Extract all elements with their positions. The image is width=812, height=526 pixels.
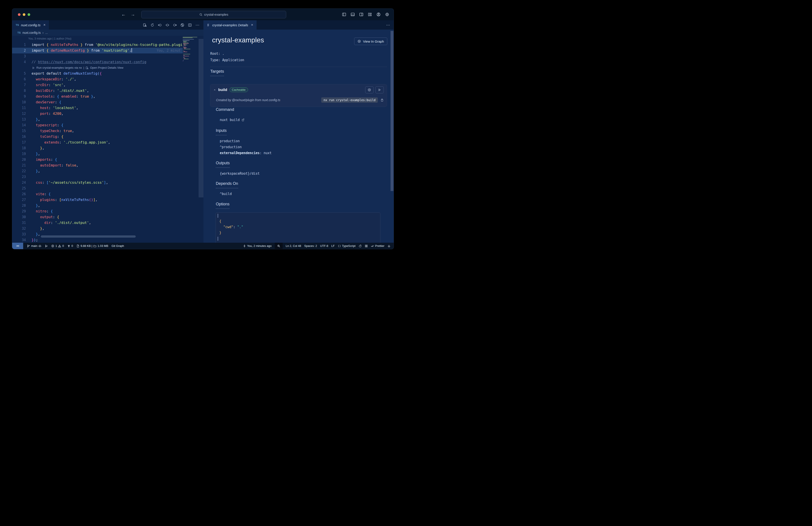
close-tab-icon[interactable]: × bbox=[43, 23, 45, 27]
more-actions-icon[interactable]: ⋯ bbox=[195, 23, 200, 27]
layout-sidebar-right-icon[interactable] bbox=[359, 12, 363, 17]
view-target-in-graph-button[interactable] bbox=[365, 86, 374, 94]
code-line-29[interactable]: 29 nitro: { bbox=[12, 209, 183, 214]
back-icon[interactable]: ← bbox=[121, 12, 126, 17]
code-line-11[interactable]: 11 host: 'localhost', bbox=[12, 105, 183, 111]
code-line-21[interactable]: 21 autoImport: false, bbox=[12, 162, 183, 168]
maximize-window-button[interactable] bbox=[28, 13, 30, 16]
next-change-icon[interactable] bbox=[173, 23, 177, 27]
code-line-17[interactable]: 17 extends: './tsconfig.app.json', bbox=[12, 140, 183, 145]
code-line-3[interactable]: 3 bbox=[12, 54, 183, 59]
code-line-9[interactable]: 9 devtools: { enabled: true }, bbox=[12, 94, 183, 99]
code-line-30[interactable]: 30 output: { bbox=[12, 214, 183, 220]
status-squirrel[interactable] bbox=[359, 243, 362, 249]
warning-icon bbox=[58, 244, 61, 247]
code-line-10[interactable]: 10 devServer: { bbox=[12, 99, 183, 105]
breadcrumb-file[interactable]: nuxt.config.ts bbox=[23, 31, 41, 34]
command-center-search[interactable]: crystal-examples bbox=[141, 11, 286, 18]
line-number: 15 bbox=[12, 128, 26, 134]
editor-toolbar: ⋯ bbox=[143, 20, 200, 30]
panel-scrollbar[interactable] bbox=[391, 31, 393, 191]
external-link-icon[interactable] bbox=[242, 118, 245, 122]
split-editor-icon[interactable] bbox=[188, 23, 192, 27]
code-line-5[interactable]: 5export default defineNuxtConfig({ bbox=[12, 71, 183, 76]
code-line-15[interactable]: 15 typeCheck: true, bbox=[12, 128, 183, 134]
options-code-box[interactable]: { "cwd": "."} bbox=[216, 212, 380, 243]
panel-more-actions-icon[interactable]: ⋯ bbox=[386, 23, 390, 27]
breadcrumb[interactable]: TS nuxt.config.ts › ... bbox=[12, 30, 203, 36]
status-encoding[interactable]: UTF-8 bbox=[320, 243, 328, 249]
status-ports[interactable]: 0 bbox=[67, 243, 73, 249]
code-line-2[interactable]: 2import { defineNuxtConfig } from 'nuxt/… bbox=[12, 48, 183, 54]
status-prettier[interactable]: Prettier bbox=[371, 243, 385, 249]
code-line-12[interactable]: 12 port: 4200, bbox=[12, 111, 183, 117]
code-line-27[interactable]: 27 plugins: [nxViteTsPaths()], bbox=[12, 197, 183, 203]
settings-gear-icon[interactable] bbox=[385, 12, 389, 17]
screen: ← → crystal-examples TS nuxt.config.ts × bbox=[0, 0, 406, 263]
code-line-20[interactable]: 20 imports: { bbox=[12, 157, 183, 162]
run-target-button[interactable] bbox=[375, 86, 384, 94]
previous-change-icon[interactable] bbox=[158, 23, 162, 27]
code-line-22[interactable]: 22 }, bbox=[12, 168, 183, 174]
editor-horizontal-scrollbar[interactable] bbox=[41, 236, 136, 238]
code-line-1[interactable]: 1import { nxViteTsPaths } from '@nx/vite… bbox=[12, 42, 183, 48]
tab-project-details[interactable]: crystal-examples Details × bbox=[203, 20, 257, 30]
code-line-14[interactable]: 14 typescript: { bbox=[12, 122, 183, 128]
code-editor[interactable]: You, 3 minutes ago | 1 author (You) 1imp… bbox=[12, 36, 203, 243]
code-line-32[interactable]: 32 }, bbox=[12, 226, 183, 231]
nx-run-command-chip[interactable]: nx run crystal-examples:build bbox=[321, 97, 378, 103]
minimize-window-button[interactable] bbox=[23, 13, 25, 16]
view-in-graph-button[interactable]: View In Graph bbox=[354, 38, 387, 45]
code-line-8[interactable]: 8 buildDir: './dist/.nuxt', bbox=[12, 88, 183, 94]
code-line-18[interactable]: 18 }, bbox=[12, 145, 183, 151]
codelens-open-details-link[interactable]: Open Project Details View bbox=[90, 65, 124, 71]
code-line-7[interactable]: 7 srcDir: 'src', bbox=[12, 82, 183, 88]
status-zoom[interactable] bbox=[275, 243, 282, 249]
breadcrumb-symbol[interactable]: ... bbox=[45, 31, 48, 34]
code-line-13[interactable]: 13 }, bbox=[12, 117, 183, 122]
forward-icon[interactable]: → bbox=[131, 12, 135, 17]
layout-panel-icon[interactable] bbox=[351, 12, 355, 17]
code-line-16[interactable]: 16 tsConfig: { bbox=[12, 134, 183, 140]
status-language[interactable]: TypeScript bbox=[338, 243, 356, 249]
codelens-run-link[interactable]: Run crystal-examples targets via nx bbox=[37, 65, 82, 71]
code-line-31[interactable]: 31 dir: './dist/.output', bbox=[12, 220, 183, 226]
status-problems[interactable]: 10 bbox=[51, 243, 64, 249]
refresh-icon[interactable] bbox=[150, 23, 154, 27]
git-graph-circle-icon[interactable] bbox=[180, 23, 184, 27]
layout-sidebar-left-icon[interactable] bbox=[342, 12, 346, 17]
code-line-28[interactable]: 28 }, bbox=[12, 203, 183, 209]
status-cursor-position[interactable]: Ln 2, Col 48 bbox=[286, 243, 301, 249]
line-number: 17 bbox=[12, 140, 26, 145]
target-build-row[interactable]: build Cacheable bbox=[210, 84, 387, 95]
open-preview-icon[interactable] bbox=[143, 23, 147, 27]
minimap[interactable] bbox=[183, 37, 199, 61]
status-git-branch[interactable]: main bbox=[27, 243, 42, 249]
code-line-6[interactable]: 6 workspaceDir: './', bbox=[12, 76, 183, 82]
status-file-size[interactable]: 9.88 KB |1.03 MB bbox=[76, 243, 108, 249]
chevron-up-icon[interactable] bbox=[213, 88, 216, 91]
status-blame[interactable]: You, 2 minutes ago bbox=[243, 243, 272, 249]
editor-vertical-scrollbar[interactable] bbox=[199, 39, 203, 197]
status-notifications[interactable] bbox=[388, 243, 391, 249]
close-panel-tab-icon[interactable]: × bbox=[251, 23, 253, 27]
status-source-control-graph[interactable] bbox=[45, 243, 48, 249]
copy-icon[interactable] bbox=[380, 99, 384, 102]
current-change-icon[interactable] bbox=[165, 23, 169, 27]
status-indentation[interactable]: Spaces: 2 bbox=[304, 243, 317, 249]
status-git-graph[interactable]: Git Graph bbox=[112, 243, 124, 249]
close-window-button[interactable] bbox=[18, 13, 20, 16]
account-icon[interactable] bbox=[376, 12, 381, 17]
tab-nuxt-config[interactable]: TS nuxt.config.ts × bbox=[12, 20, 49, 30]
code-line-34[interactable]: 34}); bbox=[12, 237, 183, 243]
code-line-19[interactable]: 19 }, bbox=[12, 151, 183, 157]
code-line-25[interactable]: 25 bbox=[12, 185, 183, 191]
code-line-24[interactable]: 24 css: ['~/assets/css/styles.scss'], bbox=[12, 180, 183, 185]
code-line-23[interactable]: 23 bbox=[12, 174, 183, 180]
status-remote-indicator[interactable]: >< bbox=[12, 243, 23, 249]
code-line-4[interactable]: 4// https://nuxt.com/docs/api/configurat… bbox=[12, 59, 183, 65]
status-eol[interactable]: LF bbox=[331, 243, 335, 249]
code-line-26[interactable]: 26 vite: { bbox=[12, 191, 183, 197]
status-extension[interactable] bbox=[365, 243, 368, 249]
layout-grid-icon[interactable] bbox=[368, 12, 372, 17]
